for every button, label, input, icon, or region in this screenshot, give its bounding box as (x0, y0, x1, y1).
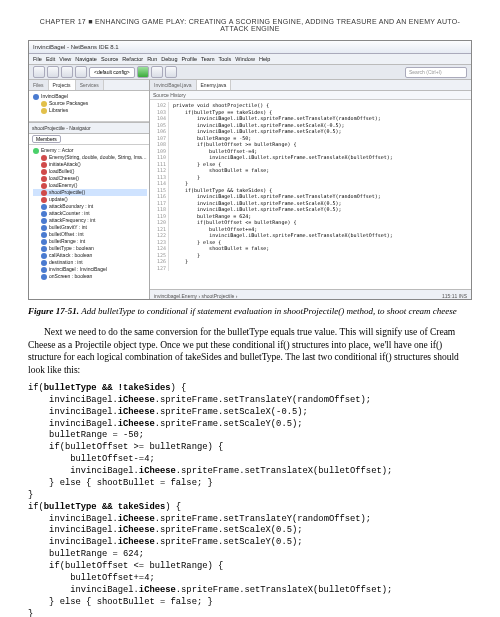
menu-edit[interactable]: Edit (46, 56, 55, 62)
tree-node[interactable]: Libraries (49, 107, 68, 113)
navigator-node[interactable]: attackCounter : int (33, 210, 147, 217)
member-icon (41, 260, 47, 266)
tab-files[interactable]: Files (29, 80, 49, 90)
navigator-label: shootProjectile() (49, 189, 85, 195)
code-text: invinciBagel.iBullet.spriteFrame.setTran… (173, 232, 393, 238)
code-text: invinciBagel.iBullet.spriteFrame.setScal… (173, 122, 345, 128)
navigator-node[interactable]: onScreen : boolean (33, 273, 147, 280)
navigator-node[interactable]: initiateAttack() (33, 161, 147, 168)
navigator-label: initiateAttack() (49, 161, 81, 167)
menu-file[interactable]: File (33, 56, 42, 62)
ide-titlebar: InvinciBagel - NetBeans IDE 8.1 (29, 41, 471, 54)
editor-tab[interactable]: InvinciBagel.java (150, 80, 197, 90)
code-text: invinciBagel.iBullet.spriteFrame.setTran… (173, 193, 381, 199)
member-icon (41, 211, 47, 217)
code-text: shootBullet = false; (173, 245, 269, 251)
code-text: } (173, 174, 200, 180)
config-dropdown[interactable]: <default config> (89, 67, 135, 78)
toolbar-button[interactable] (75, 66, 87, 78)
ide-menubar: File Edit View Navigate Source Refactor … (29, 54, 471, 65)
ide-left-pane: Files Projects Services InvinciBagel Sou… (29, 80, 150, 300)
navigator-node[interactable]: Enemy :: Actor (33, 147, 147, 154)
code-text: if(bulletOffset >= bulletRange) { (173, 141, 296, 147)
search-input[interactable]: Search (Ctrl+I) (405, 67, 467, 78)
line-number: 127 (152, 265, 169, 272)
member-icon (41, 183, 47, 189)
menu-run[interactable]: Run (147, 56, 157, 62)
navigator-node[interactable]: bulletOffset : int (33, 231, 147, 238)
chapter-header: CHAPTER 17 ■ ENHANCING GAME PLAY: CREATI… (28, 18, 472, 32)
page: CHAPTER 17 ■ ENHANCING GAME PLAY: CREATI… (0, 0, 500, 617)
menu-team[interactable]: Team (201, 56, 214, 62)
editor-crumb: Source History (150, 91, 471, 100)
navigator-node[interactable]: loadBullet() (33, 168, 147, 175)
code-text: bulletOffset-=4; (173, 148, 257, 154)
tree-node[interactable]: InvinciBagel (41, 93, 68, 99)
menu-tools[interactable]: Tools (219, 56, 232, 62)
code-line[interactable]: 127 (152, 265, 469, 272)
navigator-node[interactable]: shootProjectile() (33, 189, 147, 196)
editor-tabrow: InvinciBagel.java Enemy.java (150, 80, 471, 91)
member-icon (41, 176, 47, 182)
navigator-node[interactable]: Enemy(String, double, double, String, Im… (33, 154, 147, 161)
left-tabrow: Files Projects Services (29, 80, 149, 91)
code-text: } (173, 252, 200, 258)
editor-tab-active[interactable]: Enemy.java (197, 80, 232, 90)
navigator-title: shootProjectile - Navigator (29, 122, 149, 134)
tree-node[interactable]: Source Packages (49, 100, 88, 106)
menu-source[interactable]: Source (101, 56, 118, 62)
member-icon (41, 197, 47, 203)
menu-navigate[interactable]: Navigate (75, 56, 97, 62)
navigator-node[interactable]: bulletType : boolean (33, 245, 147, 252)
navigator-label: attackFrequency : int (49, 217, 95, 223)
menu-debug[interactable]: Debug (161, 56, 177, 62)
code-text: invinciBagel.iBullet.spriteFrame.setScal… (173, 206, 342, 212)
navigator-node[interactable]: attackBoundary : int (33, 203, 147, 210)
navigator-node[interactable]: invinciBagel : InvinciBagel (33, 266, 147, 273)
toolbar-button[interactable] (151, 66, 163, 78)
navigator-node[interactable]: update() (33, 196, 147, 203)
code-text: bulletRange = 624; (173, 213, 251, 219)
tab-projects[interactable]: Projects (49, 80, 76, 90)
member-icon (41, 169, 47, 175)
navigator-node[interactable]: attackFrequency : int (33, 217, 147, 224)
code-text: invinciBagel.iBullet.spriteFrame.setScal… (173, 128, 342, 134)
code-editor[interactable]: 102private void shootProjectile() {103 i… (150, 100, 471, 289)
navigator-tree[interactable]: Enemy :: ActorEnemy(String, double, doub… (29, 145, 149, 300)
toolbar-button[interactable] (33, 66, 45, 78)
navigator-node[interactable]: bulletRange : int (33, 238, 147, 245)
code-text: invinciBagel.iBullet.spriteFrame.setScal… (173, 200, 342, 206)
member-icon (41, 225, 47, 231)
status-left: invincibagel.Enemy › shootProjectile › (154, 293, 237, 299)
code-block: if(bulletType && !takeSides) { invinciBa… (28, 383, 472, 617)
run-button[interactable] (137, 66, 149, 78)
navigator-filter[interactable]: Members (32, 135, 61, 143)
ide-right-pane: InvinciBagel.java Enemy.java Source Hist… (150, 80, 471, 300)
navigator-node[interactable]: loadCheese() (33, 175, 147, 182)
menu-profile[interactable]: Profile (181, 56, 197, 62)
navigator-node[interactable]: callAttack : boolean (33, 252, 147, 259)
menu-window[interactable]: Window (235, 56, 255, 62)
code-text: if(bulletType && takeSides) { (173, 187, 272, 193)
navigator-node[interactable]: bulletGravitY : int (33, 224, 147, 231)
member-icon (41, 155, 47, 161)
member-icon (41, 218, 47, 224)
toolbar-button[interactable] (165, 66, 177, 78)
menu-help[interactable]: Help (259, 56, 270, 62)
toolbar-button[interactable] (61, 66, 73, 78)
menu-view[interactable]: View (59, 56, 71, 62)
navigator-label: bulletGravitY : int (49, 224, 87, 230)
code-text: } (173, 258, 188, 264)
figure-text: Add bulletType to conditional if stateme… (81, 306, 457, 316)
ide-toolbar: <default config> Search (Ctrl+I) (29, 65, 471, 80)
ide-screenshot: InvinciBagel - NetBeans IDE 8.1 File Edi… (28, 40, 472, 300)
body-paragraph: Next we need to do the same conversion f… (28, 326, 472, 377)
navigator-node[interactable]: destination : int (33, 259, 147, 266)
navigator-node[interactable]: loadEnemy() (33, 182, 147, 189)
menu-refactor[interactable]: Refactor (122, 56, 143, 62)
project-tree[interactable]: InvinciBagel Source Packages Libraries (29, 91, 149, 122)
member-icon (41, 162, 47, 168)
code-text: bulletRange = -50; (173, 135, 251, 141)
tab-services[interactable]: Services (76, 80, 104, 90)
toolbar-button[interactable] (47, 66, 59, 78)
